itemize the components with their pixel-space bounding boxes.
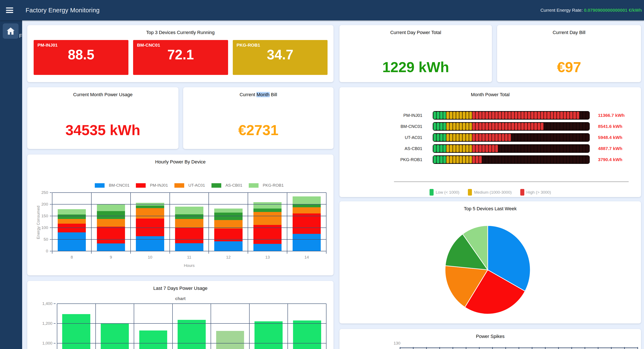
meter-segment xyxy=(498,134,501,141)
meter-segment xyxy=(573,123,576,130)
meter-segment xyxy=(511,123,514,130)
last7-bar xyxy=(254,321,282,349)
meter-bar xyxy=(433,133,590,142)
current-energy-rate: Current Energy Rate: 0.0790900000000001 … xyxy=(540,8,642,13)
device-tile-pkg-rob1[interactable]: PKG-ROB1 34.7 xyxy=(233,40,328,75)
hourly-power-card: Hourly Power By Device BM-CNC01PM-INJ01U… xyxy=(27,154,334,275)
meter-segment xyxy=(524,145,527,152)
last7-ytick-label: 1,200 xyxy=(34,321,52,326)
meter-segment xyxy=(476,123,478,130)
last7-bar xyxy=(216,331,244,349)
meter-value-label: 3790.4 kWh xyxy=(598,155,622,164)
meter-segment xyxy=(450,145,452,152)
device-tile-value: 88.5 xyxy=(34,47,128,62)
meter-segment xyxy=(550,156,553,163)
meter-segment xyxy=(502,123,504,130)
meter-segment xyxy=(547,145,550,152)
stacked-bar-segment xyxy=(136,206,164,208)
last7-ytick-label: 1,400 xyxy=(34,301,52,306)
meter-segment xyxy=(472,134,475,141)
last7-gridline xyxy=(57,304,326,304)
meter-segment xyxy=(492,123,495,130)
stacked-bar-segment xyxy=(175,243,203,251)
meter-segment xyxy=(508,134,511,141)
meter-segment xyxy=(521,123,524,130)
meter-segment xyxy=(524,123,527,130)
last7-group-separator xyxy=(288,304,288,349)
meter-segment xyxy=(443,145,446,152)
meter-segment xyxy=(544,112,547,119)
hourly-ytick-mark xyxy=(50,216,52,216)
meter-segment xyxy=(453,156,456,163)
legend-item: Medium (1000-3000) xyxy=(468,189,512,196)
stacked-bar-segment xyxy=(292,213,321,234)
spikes-tick-mark xyxy=(505,347,506,349)
top-navbar: Factory Energy Monitoring Current Energy… xyxy=(0,0,644,20)
meter-segment xyxy=(570,134,573,141)
device-tile-pm-inj01[interactable]: PM-INJ01 88.5 xyxy=(34,40,128,75)
meter-segment xyxy=(502,112,504,119)
meter-segment xyxy=(515,156,518,163)
meter-segment xyxy=(567,112,570,119)
meter-bar xyxy=(433,144,590,153)
meter-bar xyxy=(433,111,590,120)
hourly-xtick-label: 9 xyxy=(91,255,130,260)
spikes-tick-mark xyxy=(558,347,559,349)
last7-ytick-label: 1,000 xyxy=(34,341,52,346)
top3-card-title: Top 3 Devices Currently Running xyxy=(27,25,334,35)
hourly-gridline xyxy=(52,239,326,240)
last7-bar xyxy=(101,324,129,349)
legend-label: Low (< 1000) xyxy=(436,190,459,195)
last7-days-card: Last 7 Days Power Usage chart 1,4001,200… xyxy=(27,281,334,349)
divider-line xyxy=(394,182,629,182)
hourly-ytick-label: 50 xyxy=(34,237,48,242)
device-tile-bm-cnc01[interactable]: BM-CNC01 72.1 xyxy=(133,40,228,75)
meter-segment xyxy=(498,156,501,163)
meter-segment xyxy=(466,123,469,130)
last7-group-separator xyxy=(57,304,57,349)
meter-segment xyxy=(476,112,478,119)
power-spikes-card: Power Spikes 130 xyxy=(340,329,641,349)
meter-segment xyxy=(450,134,452,141)
meter-segment xyxy=(550,123,553,130)
meter-segment xyxy=(554,112,556,119)
meter-row: AS-CB014887.7 kWh xyxy=(340,144,641,153)
meter-segment xyxy=(479,156,482,163)
month-power-usage-card: Current Month Power Usage 34535 kWh xyxy=(27,87,178,149)
stacked-bar-segment xyxy=(97,211,125,219)
meter-segment xyxy=(554,145,556,152)
hourly-legend-label: AS-CB01 xyxy=(226,183,242,188)
stacked-bar-segment xyxy=(254,209,282,212)
meter-segment xyxy=(560,145,563,152)
meter-segment xyxy=(534,156,537,163)
spikes-tick-mark xyxy=(584,347,585,349)
meter-segment xyxy=(469,112,472,119)
meter-segment xyxy=(498,123,501,130)
meter-segment xyxy=(434,112,436,119)
meter-segment xyxy=(580,112,582,119)
meter-segment xyxy=(495,112,498,119)
meter-segment xyxy=(576,145,579,152)
meter-segment xyxy=(554,134,556,141)
meter-segment xyxy=(459,112,462,119)
meter-segment xyxy=(495,134,498,141)
sidebar-home-button[interactable] xyxy=(3,23,18,39)
meter-segment xyxy=(472,156,475,163)
meter-segment xyxy=(479,112,482,119)
meter-segment xyxy=(492,112,495,119)
meter-segment xyxy=(541,156,544,163)
day-total-value: 1229 kWh xyxy=(340,59,492,75)
spikes-tick-mark xyxy=(638,347,638,349)
hourly-group-separator xyxy=(287,193,287,254)
hamburger-menu-icon[interactable] xyxy=(6,7,13,13)
stacked-bar-segment xyxy=(214,209,242,213)
meter-device-label: BM-CNC01 xyxy=(390,122,422,131)
meter-segment xyxy=(466,145,469,152)
meter-segment xyxy=(580,123,582,130)
meter-segment xyxy=(528,145,530,152)
meter-segment xyxy=(446,156,449,163)
meter-bar xyxy=(433,155,590,164)
spikes-tick-mark xyxy=(426,347,427,349)
spikes-tick-mark xyxy=(598,347,598,349)
stacked-bar-segment xyxy=(97,219,125,226)
